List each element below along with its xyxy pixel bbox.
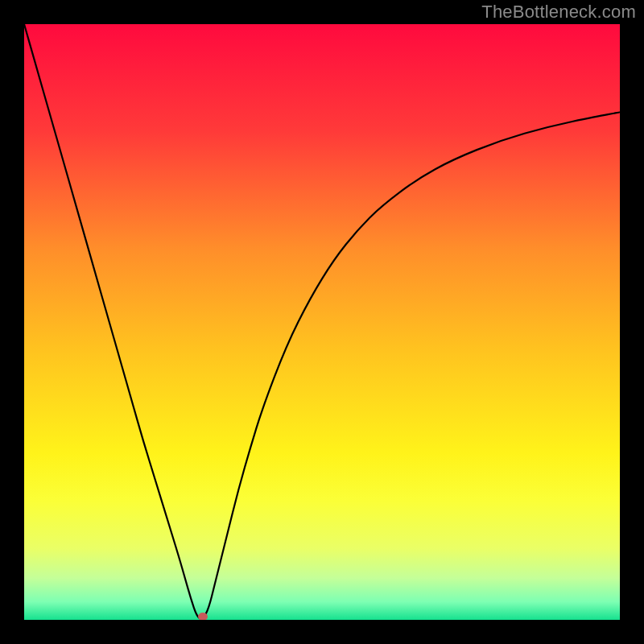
chart-svg bbox=[24, 24, 620, 620]
gradient-background bbox=[24, 24, 620, 620]
plot-area bbox=[24, 24, 620, 620]
watermark-label: TheBottleneck.com bbox=[481, 2, 636, 23]
chart-frame: TheBottleneck.com bbox=[0, 0, 644, 644]
